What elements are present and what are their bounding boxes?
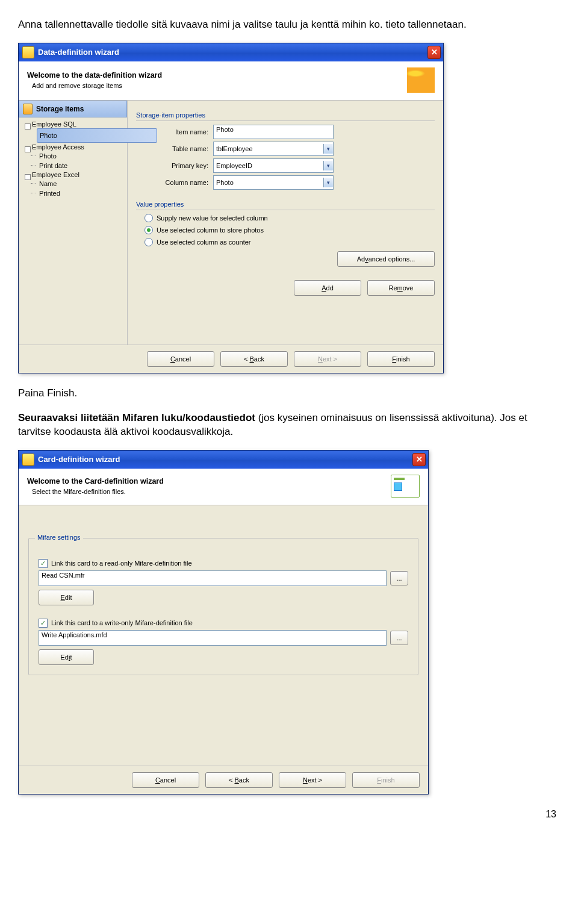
page-paragraph-2: Paina Finish.	[18, 387, 560, 401]
card-wizard-body: Mifare settings Link this card to a read…	[19, 505, 428, 766]
close-icon[interactable]: ✕	[427, 46, 441, 59]
browse-write-button[interactable]: ...	[390, 631, 408, 645]
card-icon	[391, 475, 420, 498]
radio-icon	[144, 238, 153, 246]
properties-pane: Storage-item properties Item name: Photo…	[128, 101, 443, 345]
close-icon[interactable]: ✕	[412, 453, 426, 466]
section-storage-item-properties: Storage-item properties	[136, 111, 435, 121]
titlebar[interactable]: Data-definition wizard ✕	[19, 43, 443, 61]
radio-supply-new-value[interactable]: Supply new value for selected column	[136, 214, 435, 222]
chevron-down-icon[interactable]: ▾	[323, 144, 333, 154]
select-primary-key[interactable]: EmployeeID▾	[213, 158, 334, 173]
label-table-name: Table name:	[136, 145, 208, 152]
wizard-db-icon	[22, 46, 34, 58]
page-number: 13	[18, 809, 560, 820]
tree-node-employee-access[interactable]: Employee Access	[25, 143, 125, 151]
remove-button[interactable]: Remove	[367, 280, 435, 296]
window-title: Card-definition wizard	[38, 455, 412, 464]
mifare-settings-group: Mifare settings Link this card to a read…	[28, 538, 418, 675]
advanced-options-button[interactable]: Advanced options...	[337, 251, 435, 267]
wizard-footer: Cancel < Back Next > Finish	[19, 766, 428, 794]
label-primary-key: Primary key:	[136, 162, 208, 169]
label-column-name: Column name:	[136, 179, 208, 186]
cancel-button[interactable]: Cancel	[147, 351, 214, 367]
input-read-file[interactable]: Read CSN.mfr	[39, 570, 387, 586]
mifare-settings-legend: Mifare settings	[35, 534, 83, 541]
storage-tree[interactable]: Employee SQL Photo Employee Access Photo…	[19, 117, 127, 201]
banner-title: Welcome to the data-definition wizard	[27, 71, 400, 80]
radio-store-photos[interactable]: Use selected column to store photos	[136, 226, 435, 234]
browse-read-button[interactable]: ...	[390, 571, 408, 585]
next-button: Next >	[294, 351, 361, 367]
cancel-button[interactable]: Cancel	[132, 772, 199, 788]
window-title: Data-definition wizard	[38, 48, 427, 57]
wizard-card-icon	[22, 454, 34, 466]
add-button[interactable]: Add	[294, 280, 361, 296]
tree-node-employee-sql[interactable]: Employee SQL	[25, 120, 125, 128]
chevron-down-icon[interactable]: ▾	[323, 161, 333, 170]
wizard-banner: Welcome to the Card-definition wizard Se…	[19, 469, 428, 505]
chevron-down-icon[interactable]: ▾	[323, 178, 333, 187]
tree-leaf-name[interactable]: Name	[25, 179, 125, 189]
select-table-name[interactable]: tblEmployee▾	[213, 142, 334, 156]
banner-title: Welcome to the Card-definition wizard	[27, 477, 384, 485]
page-paragraph-3: Seuraavaksi liitetään Mifaren luku/kooda…	[18, 411, 560, 439]
tree-leaf-photo[interactable]: Photo	[25, 151, 125, 161]
storage-items-header: Storage items	[19, 101, 127, 117]
tree-leaf-printed[interactable]: Printed	[25, 189, 125, 198]
storage-items-pane: Storage items Employee SQL Photo Employe…	[19, 101, 128, 345]
banner-description: Add and remove storage items	[27, 82, 400, 89]
checkbox-icon	[39, 619, 48, 628]
back-button[interactable]: < Back	[205, 772, 273, 788]
storage-items-label: Storage items	[36, 105, 84, 113]
section-value-properties: Value properties	[136, 201, 435, 210]
radio-use-as-counter[interactable]: Use selected column as counter	[136, 238, 435, 246]
titlebar[interactable]: Card-definition wizard ✕	[19, 451, 428, 469]
tree-node-employee-excel[interactable]: Employee Excel	[25, 170, 125, 179]
checkbox-write-only-link[interactable]: Link this card to a write-only Mifare-de…	[39, 619, 408, 628]
input-item-name[interactable]: Photo	[213, 125, 334, 139]
banner-description: Select the Mifare-definition files.	[27, 488, 384, 495]
finish-button[interactable]: Finish	[367, 351, 435, 367]
finish-button: Finish	[352, 772, 420, 788]
edit-write-button[interactable]: Edit	[39, 649, 94, 665]
wizard-banner: Welcome to the data-definition wizard Ad…	[19, 61, 443, 101]
tree-leaf-print-date[interactable]: Print date	[25, 161, 125, 170]
page-paragraph-1: Anna tallennettavalle tiedolle sitä kuva…	[18, 18, 560, 32]
card-definition-wizard-window: Card-definition wizard ✕ Welcome to the …	[18, 450, 429, 794]
storage-icon	[23, 104, 33, 114]
paragraph-3-bold: Seuraavaksi liitetään Mifaren luku/kooda…	[18, 412, 255, 423]
input-write-file[interactable]: Write Applications.mfd	[39, 630, 387, 646]
checkbox-read-only-link[interactable]: Link this card to a read-only Mifare-def…	[39, 559, 408, 568]
edit-read-button[interactable]: Edit	[39, 590, 94, 605]
back-button[interactable]: < Back	[220, 351, 288, 367]
select-column-name[interactable]: Photo▾	[213, 175, 334, 190]
checkbox-icon	[39, 559, 48, 568]
data-definition-wizard-window: Data-definition wizard ✕ Welcome to the …	[18, 43, 444, 373]
radio-icon	[144, 226, 153, 234]
tree-leaf-photo-selected[interactable]: Photo	[37, 128, 157, 143]
wizard-footer: Cancel < Back Next > Finish	[19, 345, 443, 373]
next-button[interactable]: Next >	[279, 772, 346, 788]
radio-icon	[144, 214, 153, 222]
database-icon	[407, 67, 435, 93]
